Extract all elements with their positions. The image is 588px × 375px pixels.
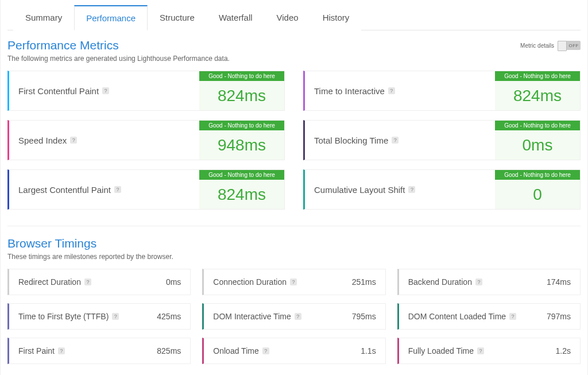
tab-performance[interactable]: Performance: [74, 5, 148, 30]
perf-metric-value: 824ms: [199, 81, 284, 110]
help-icon[interactable]: ?: [392, 137, 399, 144]
timing-value: 1.1s: [361, 346, 376, 355]
timing-value: 174ms: [547, 277, 571, 287]
timing-card: Backend Duration ? 174ms: [397, 269, 581, 295]
timings-grid: Redirect Duration ? 0ms Connection Durat…: [7, 269, 581, 364]
perf-metric-status: Good - Nothing to do here: [199, 121, 284, 130]
timing-label: DOM Content Loaded Time: [408, 312, 506, 321]
perf-metric-status: Good - Nothing to do here: [495, 170, 580, 180]
timing-label: Fully Loaded Time: [408, 346, 474, 355]
timing-label-wrap: DOM Content Loaded Time ?: [408, 312, 516, 321]
timing-value: 425ms: [157, 312, 181, 321]
perf-metric-value: 824ms: [495, 81, 580, 110]
timing-label: Redirect Duration: [18, 277, 81, 287]
perf-metric-label: Time to Interactive: [314, 86, 385, 96]
help-icon[interactable]: ?: [262, 347, 269, 354]
timing-label-wrap: First Paint ?: [18, 346, 65, 355]
timing-label-wrap: Connection Duration ?: [213, 277, 297, 287]
perf-metric-label: Total Blocking Time: [314, 136, 388, 145]
help-icon[interactable]: ?: [114, 186, 121, 193]
tab-bar: Summary Performance Structure Waterfall …: [7, 5, 581, 30]
help-icon[interactable]: ?: [84, 279, 91, 285]
tab-structure[interactable]: Structure: [148, 5, 207, 30]
perf-metric-label-wrap: Largest Contentful Paint ?: [9, 170, 199, 209]
timing-card: Fully Loaded Time ? 1.2s: [397, 338, 581, 364]
perf-metric-value-box: Good - Nothing to do here 824ms: [199, 71, 284, 110]
help-icon[interactable]: ?: [295, 313, 301, 320]
perf-metric-value-box: Good - Nothing to do here 824ms: [199, 170, 284, 209]
perf-metric-card: Cumulative Layout Shift ? Good - Nothing…: [303, 169, 581, 210]
perf-metric-value: 0ms: [495, 130, 580, 160]
perf-metric-value: 0: [495, 180, 580, 209]
timing-label-wrap: Fully Loaded Time ?: [408, 346, 484, 355]
timing-label: Time to First Byte (TTFB): [18, 312, 109, 321]
help-icon[interactable]: ?: [58, 347, 65, 354]
tab-video[interactable]: Video: [265, 5, 311, 30]
perf-metric-label-wrap: Speed Index ?: [9, 121, 199, 160]
timing-value: 251ms: [352, 277, 376, 287]
perf-metric-status: Good - Nothing to do here: [495, 71, 580, 81]
timing-value: 0ms: [166, 277, 181, 287]
perf-metric-status: Good - Nothing to do here: [495, 121, 580, 130]
timing-card: DOM Content Loaded Time ? 797ms: [397, 303, 581, 330]
timing-label: Backend Duration: [408, 277, 472, 287]
timing-label-wrap: Time to First Byte (TTFB) ?: [18, 312, 119, 321]
timing-card: First Paint ? 825ms: [7, 338, 191, 364]
perf-metric-status: Good - Nothing to do here: [199, 71, 284, 81]
perf-section-title: Performance Metrics: [7, 38, 230, 52]
perf-metric-value-box: Good - Nothing to do here 948ms: [199, 121, 284, 160]
help-icon[interactable]: ?: [388, 87, 395, 94]
perf-section-subtitle: The following metrics are generated usin…: [7, 55, 230, 63]
perf-metric-card: Speed Index ? Good - Nothing to do here …: [7, 120, 285, 160]
perf-metric-value-box: Good - Nothing to do here 0ms: [495, 121, 580, 160]
perf-metric-label-wrap: Total Blocking Time ?: [305, 121, 495, 160]
timing-card: Redirect Duration ? 0ms: [7, 269, 191, 295]
help-icon[interactable]: ?: [408, 186, 415, 193]
perf-metric-value-box: Good - Nothing to do here 824ms: [495, 71, 580, 110]
perf-metric-card: Total Blocking Time ? Good - Nothing to …: [303, 120, 581, 160]
perf-metric-value-box: Good - Nothing to do here 0: [495, 170, 580, 209]
help-icon[interactable]: ?: [477, 347, 484, 354]
help-icon[interactable]: ?: [112, 313, 119, 320]
tab-summary[interactable]: Summary: [13, 5, 74, 30]
section-divider: [7, 226, 581, 226]
timing-value: 797ms: [547, 312, 571, 321]
perf-metric-card: Largest Contentful Paint ? Good - Nothin…: [7, 169, 285, 210]
timing-label-wrap: DOM Interactive Time ?: [213, 312, 301, 321]
perf-metric-label-wrap: Cumulative Layout Shift ?: [305, 170, 495, 209]
timing-label: Connection Duration: [213, 277, 287, 287]
timing-label-wrap: Backend Duration ?: [408, 277, 482, 287]
perf-metric-status: Good - Nothing to do here: [199, 170, 284, 180]
timing-card: Time to First Byte (TTFB) ? 425ms: [7, 303, 191, 330]
metric-details-toggle-label: Metric details: [520, 42, 554, 49]
tab-history[interactable]: History: [311, 5, 362, 30]
perf-metric-card: First Contentful Paint ? Good - Nothing …: [7, 71, 285, 111]
timing-value: 1.2s: [556, 346, 571, 355]
perf-metric-label: First Contentful Paint: [18, 86, 99, 96]
help-icon[interactable]: ?: [509, 313, 516, 320]
perf-metric-card: Time to Interactive ? Good - Nothing to …: [303, 71, 581, 111]
timing-label-wrap: Onload Time ?: [213, 346, 269, 355]
perf-metric-label: Speed Index: [18, 136, 67, 145]
perf-metric-label: Largest Contentful Paint: [18, 185, 111, 195]
tab-waterfall[interactable]: Waterfall: [207, 5, 265, 30]
perf-metric-label: Cumulative Layout Shift: [314, 185, 405, 195]
timing-value: 795ms: [352, 312, 376, 321]
timing-label-wrap: Redirect Duration ?: [18, 277, 91, 287]
perf-metric-value: 824ms: [199, 180, 284, 209]
timing-card: Connection Duration ? 251ms: [202, 269, 385, 295]
help-icon[interactable]: ?: [70, 137, 77, 144]
timings-section-title: Browser Timings: [7, 237, 581, 250]
help-icon[interactable]: ?: [475, 279, 482, 285]
timings-section-subtitle: These timings are milestones reported by…: [7, 253, 581, 261]
perf-metric-label-wrap: First Contentful Paint ?: [9, 71, 199, 110]
help-icon[interactable]: ?: [102, 87, 109, 94]
timing-value: 825ms: [157, 346, 181, 355]
timing-card: Onload Time ? 1.1s: [202, 338, 385, 364]
metric-details-toggle[interactable]: OFF: [558, 41, 581, 50]
timing-label: Onload Time: [213, 346, 258, 355]
timing-card: DOM Interactive Time ? 795ms: [202, 303, 385, 330]
timing-label: DOM Interactive Time: [213, 312, 291, 321]
perf-metrics-grid: First Contentful Paint ? Good - Nothing …: [7, 71, 581, 210]
help-icon[interactable]: ?: [290, 279, 297, 285]
